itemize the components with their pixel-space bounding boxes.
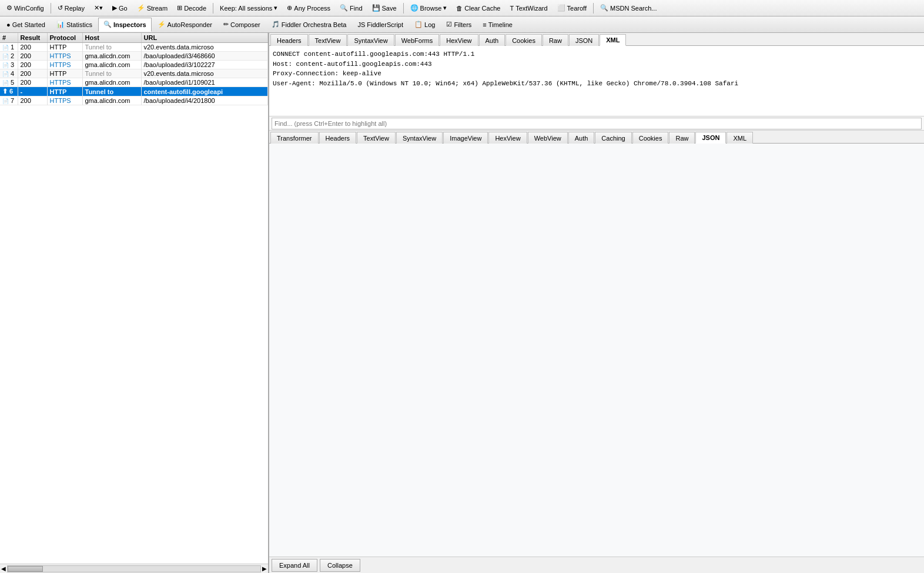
table-row[interactable]: 📄 1 200 HTTP Tunnel to v20.events.data.m…	[0, 43, 268, 52]
cell-result: 200	[18, 61, 47, 69]
statistics-icon: 📊	[56, 21, 65, 28]
any-process-icon: ⊕	[287, 4, 292, 12]
scroll-right-arrow[interactable]: ▶	[262, 565, 267, 572]
cell-host: gma.alicdn.com	[82, 52, 141, 61]
col-header-host: Host	[82, 33, 141, 43]
upper-tab-webforms[interactable]: WebForms	[395, 34, 440, 46]
find-bar	[269, 116, 924, 131]
col-header-result: Result	[18, 33, 47, 43]
toolbar-divider-2	[213, 3, 213, 14]
lower-tab-cookies[interactable]: Cookies	[632, 132, 669, 144]
tab-statistics[interactable]: 📊 Statistics	[51, 18, 98, 32]
composer-icon: ✏	[223, 21, 229, 28]
replay-button[interactable]: ↺ Replay	[53, 2, 89, 15]
tab-filters[interactable]: ☑ Filters	[441, 18, 477, 32]
tab-log[interactable]: 📋 Log	[409, 18, 440, 32]
tab-inspectors[interactable]: 🔍 Inspectors	[98, 18, 152, 32]
inspector-panel: Headers TextView SyntaxView WebForms Hex…	[269, 33, 924, 573]
tab-autoresponder[interactable]: ⚡ AutoResponder	[152, 18, 217, 32]
collapse-button[interactable]: Collapse	[320, 559, 360, 572]
winconfig-button[interactable]: ⚙ WinConfig	[2, 2, 48, 15]
expand-all-button[interactable]: Expand All	[272, 559, 317, 572]
keep-dropdown-icon: ▾	[274, 4, 277, 12]
stream-button[interactable]: ⚡ Stream	[133, 2, 172, 15]
tab-get-started[interactable]: ● Get Started	[1, 18, 51, 32]
save-icon: 💾	[372, 4, 380, 12]
go-icon: ▶	[112, 4, 117, 12]
tab-fiddler-orchestra[interactable]: 🎵 Fiddler Orchestra Beta	[266, 18, 352, 32]
upper-tab-auth[interactable]: Auth	[479, 34, 505, 46]
upper-tab-json[interactable]: JSON	[569, 34, 599, 46]
lower-tab-webview[interactable]: WebView	[528, 132, 568, 144]
cell-id: 📄 4	[0, 69, 18, 78]
lower-tab-caching[interactable]: Caching	[595, 132, 631, 144]
upper-tab-xml[interactable]: XML	[600, 34, 626, 46]
upper-tab-cookies[interactable]: Cookies	[505, 34, 542, 46]
response-content-area	[269, 144, 924, 557]
lower-tab-syntaxview[interactable]: SyntaxView	[396, 132, 443, 144]
keep-button[interactable]: Keep: All sessions ▾	[216, 2, 282, 15]
fiddler-orchestra-icon: 🎵	[272, 21, 280, 28]
any-process-button[interactable]: ⊕ Any Process	[283, 2, 334, 15]
lower-tab-textview[interactable]: TextView	[357, 132, 396, 144]
get-started-icon: ●	[6, 21, 11, 28]
cell-host: Tunnel to	[82, 87, 141, 96]
go-button[interactable]: ▶ Go	[108, 2, 132, 15]
tab-timeline[interactable]: ≡ Timeline	[477, 18, 518, 32]
upper-tab-syntaxview[interactable]: SyntaxView	[347, 34, 394, 46]
col-header-url: URL	[141, 33, 268, 43]
tearoff-button[interactable]: ⬜ Tearoff	[553, 2, 591, 15]
lower-tab-raw[interactable]: Raw	[669, 132, 695, 144]
request-line: Proxy-Connection: keep-alive	[273, 69, 920, 79]
lower-tab-xml[interactable]: XML	[727, 132, 753, 144]
textwizard-button[interactable]: T TextWizard	[505, 2, 551, 15]
lower-tab-imageview[interactable]: ImageView	[443, 132, 488, 144]
lower-tab-json[interactable]: JSON	[695, 132, 726, 144]
toolbar-divider-1	[51, 3, 51, 14]
upper-tab-raw[interactable]: Raw	[543, 34, 568, 46]
toolbar-divider-3	[403, 3, 404, 14]
find-input[interactable]	[272, 118, 922, 129]
cell-id: 📄 5	[0, 78, 18, 87]
tab-fiddlerscript[interactable]: JS FiddlerScript	[352, 18, 409, 32]
lower-tab-headers[interactable]: Headers	[319, 132, 357, 144]
secondary-tabbar: ● Get Started 📊 Statistics 🔍 Inspectors …	[0, 16, 924, 33]
decode-button[interactable]: ⊞ Decode	[173, 2, 210, 15]
clear-cache-button[interactable]: 🗑 Clear Cache	[452, 2, 504, 15]
lower-tab-transformer[interactable]: Transformer	[270, 132, 319, 144]
cell-result: -	[18, 87, 47, 96]
main-toolbar: ⚙ WinConfig ↺ Replay ✕▾ ▶ Go ⚡ Stream ⊞ …	[0, 0, 924, 16]
col-header-num: #	[0, 33, 18, 43]
replay-icon: ↺	[58, 4, 63, 12]
cell-protocol: HTTPS	[47, 96, 82, 105]
cell-url: content-autofill.googleapi	[141, 87, 268, 96]
table-row[interactable]: 📄 5 200 HTTPS gma.alicdn.com /bao/upload…	[0, 78, 268, 87]
scroll-left-arrow[interactable]: ◀	[1, 565, 6, 572]
sessions-table[interactable]: # Result Protocol Host URL 📄 1 200 HTTP …	[0, 33, 268, 564]
table-row[interactable]: ⬆ 6 - HTTP Tunnel to content-autofill.go…	[0, 87, 268, 96]
cell-result: 200	[18, 43, 47, 52]
table-row[interactable]: 📄 4 200 HTTP Tunnel to v20.events.data.m…	[0, 69, 268, 78]
table-row[interactable]: 📄 7 200 HTTPS gma.alicdn.com /bao/upload…	[0, 96, 268, 105]
cell-protocol: HTTP	[47, 87, 82, 96]
save-button[interactable]: 💾 Save	[368, 2, 401, 15]
msdn-search-icon: 🔍	[600, 4, 608, 12]
lower-tab-hexview[interactable]: HexView	[488, 132, 527, 144]
horizontal-scrollbar[interactable]: ◀ ▶	[0, 564, 268, 573]
upper-tab-textview[interactable]: TextView	[309, 34, 347, 46]
cell-host: gma.alicdn.com	[82, 61, 141, 69]
find-button[interactable]: 🔍 Find	[336, 2, 366, 15]
x-button[interactable]: ✕▾	[90, 2, 107, 15]
table-row[interactable]: 📄 2 200 HTTPS gma.alicdn.com /bao/upload…	[0, 52, 268, 61]
cell-host: gma.alicdn.com	[82, 78, 141, 87]
upper-tab-headers[interactable]: Headers	[270, 34, 308, 46]
upper-tab-hexview[interactable]: HexView	[440, 34, 478, 46]
msdn-search-button[interactable]: 🔍 MSDN Search...	[596, 2, 661, 15]
lower-tab-auth[interactable]: Auth	[568, 132, 595, 144]
log-icon: 📋	[414, 21, 423, 28]
table-row[interactable]: 📄 3 200 HTTPS gma.alicdn.com /bao/upload…	[0, 61, 268, 69]
browse-button[interactable]: 🌐 Browse ▾	[406, 2, 451, 15]
request-line: Host: content-autofill.googleapis.com:44…	[273, 59, 920, 69]
tab-composer[interactable]: ✏ Composer	[218, 18, 266, 32]
cell-host: Tunnel to	[82, 43, 141, 52]
